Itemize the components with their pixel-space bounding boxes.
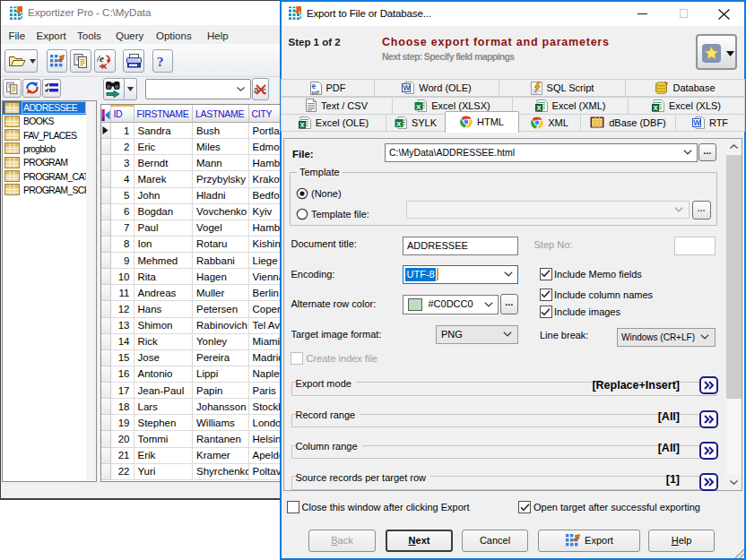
svg-text:W: W (403, 83, 412, 92)
svg-text:?: ? (157, 55, 164, 69)
svg-text:X: X (416, 102, 421, 110)
svg-text:X: X (300, 121, 305, 127)
svg-text:X: X (654, 104, 658, 110)
svg-text:X: X (396, 119, 402, 127)
svg-text:/e: /e (97, 53, 104, 64)
svg-text:pdf: pdf (311, 89, 319, 94)
svg-text:X: X (536, 104, 541, 110)
svg-text:W: W (693, 118, 701, 127)
